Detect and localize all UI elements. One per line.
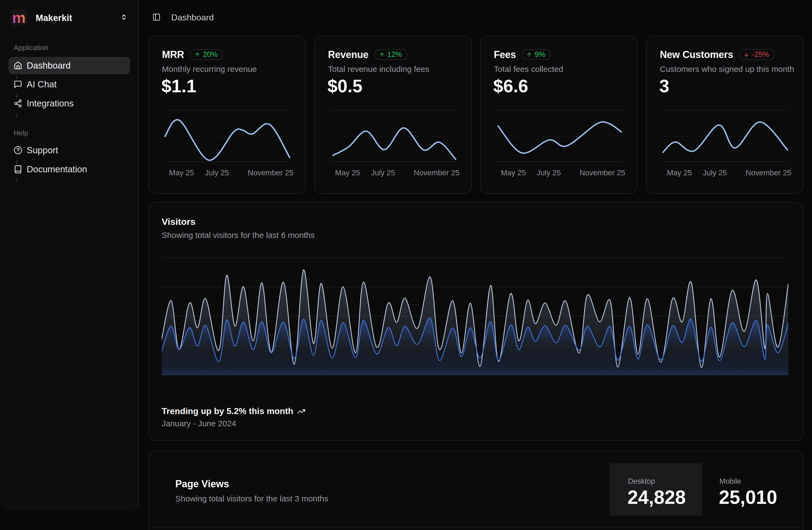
svg-text:m: m <box>12 9 26 26</box>
